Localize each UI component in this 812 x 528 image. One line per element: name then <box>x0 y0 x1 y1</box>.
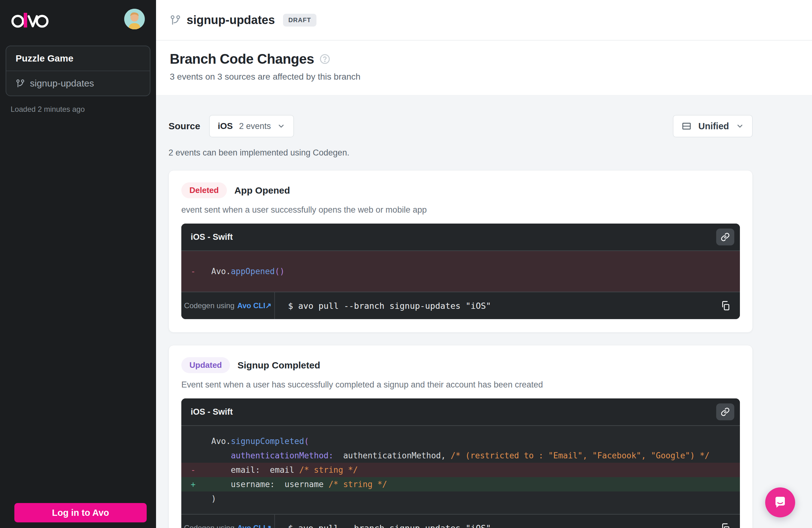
codegen-label: Codegen using <box>184 524 234 528</box>
source-value: iOS <box>218 121 233 131</box>
branch-name-label: signup-updates <box>30 78 94 89</box>
change-type-badge: Updated <box>181 357 230 373</box>
code-header: iOS - Swift <box>181 224 740 251</box>
sidebar-header <box>0 0 156 38</box>
content-area: Source iOS 2 events <box>156 95 812 528</box>
view-mode-select[interactable]: Unified <box>673 115 753 138</box>
codegen-caption: 2 events can been implemented using Code… <box>169 148 753 158</box>
git-branch-icon <box>170 14 181 26</box>
source-event-count: 2 events <box>239 122 271 131</box>
avo-logo <box>11 11 49 29</box>
code-line: ) <box>181 491 740 506</box>
diff-removed-marker: - <box>191 264 196 279</box>
codegen-bar: Codegen using Avo CLI↗ $ avo pull --bran… <box>181 291 740 319</box>
copy-icon[interactable] <box>711 292 740 319</box>
link-icon[interactable] <box>716 229 734 245</box>
code-header: iOS - Swift <box>181 398 740 426</box>
section-title: Branch Code Changes <box>170 51 314 67</box>
event-name: Signup Completed <box>237 360 320 371</box>
avo-cli-link[interactable]: Avo CLI↗ <box>237 524 272 528</box>
section-subtitle: 3 events on 3 sources are affected by th… <box>170 72 812 82</box>
view-mode-value: Unified <box>698 121 729 131</box>
code-language-label: iOS - Swift <box>191 407 233 417</box>
diff-added-marker: + <box>191 477 196 491</box>
external-arrow-icon: ↗ <box>265 524 272 528</box>
code-block: iOS - Swift Avo.signupCompleted( authent… <box>181 398 740 528</box>
sidebar: Puzzle Game signup-updates Loaded 2 minu… <box>0 0 156 528</box>
cli-command: $ avo pull --branch signup-updates "iOS" <box>275 523 711 528</box>
chat-launcher-button[interactable] <box>765 487 795 517</box>
source-select[interactable]: iOS 2 events <box>209 115 294 138</box>
unified-view-icon <box>682 121 692 131</box>
main-area: signup-updates DRAFT Branch Code Changes… <box>156 0 812 528</box>
codegen-label: Codegen using <box>184 301 234 310</box>
event-name: App Opened <box>234 185 290 196</box>
code-diff: -Avo.appOpened() <box>181 251 740 291</box>
branch-title: signup-updates <box>187 13 275 27</box>
sidebar-item-branch[interactable]: signup-updates <box>6 71 150 96</box>
event-description: Event sent when a user has successfully … <box>181 380 740 390</box>
diff-removed-marker: - <box>191 463 196 477</box>
event-description: event sent when a user successfully open… <box>181 205 740 215</box>
code-line: authenticationMethod: authenticationMeth… <box>181 448 740 463</box>
code-language-label: iOS - Swift <box>191 232 233 242</box>
code-line: + username: username /* string */ <box>181 477 740 491</box>
login-button[interactable]: Log in to Avo <box>14 503 147 523</box>
code-diff: Avo.signupCompleted( authenticationMetho… <box>181 426 740 514</box>
loaded-status: Loaded 2 minutes ago <box>11 105 156 114</box>
help-icon[interactable] <box>320 54 330 64</box>
status-badge: DRAFT <box>283 14 316 27</box>
source-label: Source <box>169 121 200 131</box>
branch-topbar: signup-updates DRAFT <box>156 0 812 41</box>
chevron-down-icon <box>277 122 285 130</box>
external-arrow-icon: ↗ <box>265 301 272 310</box>
git-branch-icon <box>16 79 25 88</box>
chevron-down-icon <box>736 122 744 130</box>
copy-icon[interactable] <box>711 515 740 528</box>
code-line: Avo.signupCompleted( <box>181 434 740 448</box>
cli-command: $ avo pull --branch signup-updates "iOS" <box>275 301 711 311</box>
project-switcher: Puzzle Game signup-updates <box>5 46 150 96</box>
project-name-label: Puzzle Game <box>16 53 73 64</box>
controls-row: Source iOS 2 events <box>169 115 753 138</box>
code-line: - email: email /* string */ <box>181 463 740 477</box>
code-block: iOS - Swift -Avo.appOpened() <box>181 224 740 319</box>
change-type-badge: Deleted <box>181 182 227 198</box>
event-card-app-opened: Deleted App Opened event sent when a use… <box>169 170 753 332</box>
user-avatar[interactable] <box>124 9 145 29</box>
page-heading-section: Branch Code Changes 3 events on 3 source… <box>156 41 812 95</box>
event-card-signup-completed: Updated Signup Completed Event sent when… <box>169 345 753 528</box>
link-icon[interactable] <box>716 403 734 420</box>
app-root: Puzzle Game signup-updates Loaded 2 minu… <box>0 0 812 528</box>
avo-cli-link[interactable]: Avo CLI↗ <box>237 301 272 310</box>
code-line: -Avo.appOpened() <box>181 264 740 279</box>
codegen-bar: Codegen using Avo CLI↗ $ avo pull --bran… <box>181 514 740 528</box>
sidebar-item-project[interactable]: Puzzle Game <box>6 46 150 71</box>
